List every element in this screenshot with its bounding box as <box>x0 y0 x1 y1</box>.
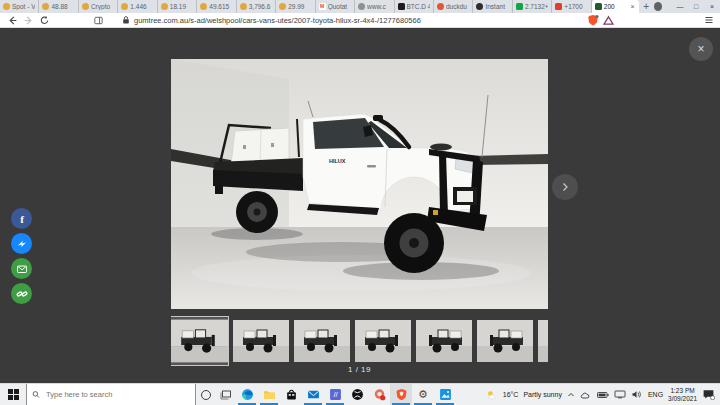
thumbnail[interactable] <box>355 320 411 362</box>
padlock-icon <box>120 15 132 25</box>
taskbar-app-xbox[interactable] <box>346 384 368 405</box>
tab-active[interactable]: 200× <box>592 0 639 13</box>
tab-label: 1.446 <box>130 3 153 10</box>
app-blue-icon: // <box>329 388 342 401</box>
clock-time: 1:23 PM <box>670 387 694 395</box>
taskbar-clock[interactable]: 1:23 PM 3/09/2021 <box>668 387 697 403</box>
tab[interactable]: 48.88 <box>39 0 78 13</box>
taskbar-app-app-blue[interactable]: // <box>324 384 346 405</box>
taskbar-app-mail[interactable] <box>302 384 324 405</box>
windows-logo-icon <box>8 389 19 400</box>
lightbox-close-button[interactable]: × <box>689 37 713 61</box>
svg-text:f: f <box>20 213 24 225</box>
brave-icon <box>395 388 408 401</box>
link-icon <box>16 288 28 300</box>
address-url[interactable]: gumtree.com.au/s-ad/welshpool/cars-vans-… <box>134 16 583 25</box>
next-image-button[interactable] <box>552 174 578 200</box>
tab-label: Instant <box>485 3 508 10</box>
taskbar-app-store[interactable] <box>280 384 302 405</box>
taskbar-app-file-explorer[interactable] <box>258 384 280 405</box>
tab[interactable]: www.c <box>355 0 394 13</box>
action-center-icon[interactable] <box>702 389 715 400</box>
refresh-button[interactable] <box>36 15 52 26</box>
thumbnail-selected[interactable] <box>171 317 228 365</box>
tab[interactable]: 29.99 <box>276 0 315 13</box>
tab-label: 200 <box>604 3 628 10</box>
tab-close-button[interactable]: × <box>630 3 636 10</box>
tab[interactable]: MQuotat <box>316 0 355 13</box>
thumbnail-strip <box>171 316 548 366</box>
tab[interactable]: 18.19 <box>158 0 197 13</box>
taskbar-app-brave[interactable] <box>390 384 412 405</box>
coin-favicon-icon <box>200 3 207 10</box>
brave-shield-icon[interactable] <box>587 14 599 26</box>
weather-icon[interactable] <box>486 390 498 400</box>
tab[interactable]: Instant <box>473 0 512 13</box>
taskbar-app-edge[interactable] <box>236 384 258 405</box>
search-input[interactable] <box>44 389 190 400</box>
volume-icon[interactable] <box>631 390 643 399</box>
share-messenger-button[interactable] <box>11 233 32 254</box>
window-close-button[interactable]: × <box>704 0 720 13</box>
share-email-button[interactable] <box>11 258 32 279</box>
tab[interactable]: Spot - V <box>0 0 39 13</box>
facebook-icon: f <box>16 213 28 225</box>
thumbnail[interactable] <box>233 320 289 362</box>
tray-temperature[interactable]: 16°C <box>503 391 519 398</box>
taskbar-app-app-notification[interactable] <box>368 384 390 405</box>
refresh-icon <box>39 15 50 26</box>
tab[interactable]: 49.615 <box>197 0 236 13</box>
language-indicator[interactable]: ENG <box>648 391 663 398</box>
app-notification-icon <box>373 388 386 401</box>
thumbnail[interactable] <box>294 320 350 362</box>
dark-favicon-icon <box>476 3 483 10</box>
tab[interactable]: 1.446 <box>118 0 157 13</box>
tab[interactable]: 2.7132+ <box>513 0 552 13</box>
tab[interactable]: +1700 <box>552 0 591 13</box>
forward-icon <box>23 15 34 26</box>
taskbar-search-box[interactable] <box>26 384 196 405</box>
thumbnail[interactable] <box>538 320 548 362</box>
coin-favicon-icon <box>279 3 286 10</box>
tab[interactable]: 3,796.6 <box>237 0 276 13</box>
share-link-button[interactable] <box>11 283 32 304</box>
messenger-icon <box>16 238 28 250</box>
thumbnail[interactable] <box>477 320 533 362</box>
forward-button[interactable] <box>20 15 36 26</box>
extension-triangle-icon[interactable] <box>603 15 614 26</box>
cortana-button[interactable] <box>196 384 216 405</box>
back-button[interactable] <box>4 15 20 26</box>
tab-label: 29.99 <box>288 3 311 10</box>
task-view-button[interactable] <box>216 384 236 405</box>
gmail-favicon-icon: M <box>319 3 326 10</box>
tray-chevron-up-icon[interactable] <box>567 391 575 399</box>
menu-icon[interactable] <box>704 15 714 25</box>
tab-label: 3,796.6 <box>249 3 272 10</box>
new-tab-button[interactable]: + <box>639 0 654 13</box>
tab-list: Spot - V48.88Crypto1.44618.1949.6153,796… <box>0 0 639 13</box>
taskbar-app-photos[interactable] <box>434 384 456 405</box>
minimize-button[interactable]: — <box>672 0 688 13</box>
tab[interactable]: Crypto <box>79 0 118 13</box>
gear-icon: ⚙ <box>418 389 428 400</box>
share-facebook-button[interactable]: f <box>11 208 32 229</box>
maximize-button[interactable]: □ <box>688 0 704 13</box>
sidebar-button[interactable] <box>90 15 106 26</box>
windows-taskbar: //⚙ 16°C Partly sunny ENG 1:23 PM 3/09/2… <box>0 383 720 405</box>
globe-favicon-icon <box>358 3 365 10</box>
profile-avatar[interactable] <box>654 2 662 11</box>
battery-icon[interactable] <box>597 391 609 399</box>
thumbnail[interactable] <box>416 320 472 362</box>
tab[interactable]: duckdu <box>434 0 473 13</box>
coin-favicon-icon <box>82 3 89 10</box>
xbox-icon <box>351 388 364 401</box>
start-button[interactable] <box>0 384 26 405</box>
coin-favicon-icon <box>3 3 10 10</box>
display-icon[interactable] <box>614 390 626 399</box>
tray-weather-text[interactable]: Partly sunny <box>523 391 562 398</box>
onedrive-cloud-icon[interactable] <box>580 391 592 399</box>
taskbar-app-settings[interactable]: ⚙ <box>412 384 434 405</box>
tab[interactable]: BTC.D 4 <box>395 0 434 13</box>
sidebar-icon <box>93 15 104 26</box>
cortana-icon <box>201 390 211 400</box>
